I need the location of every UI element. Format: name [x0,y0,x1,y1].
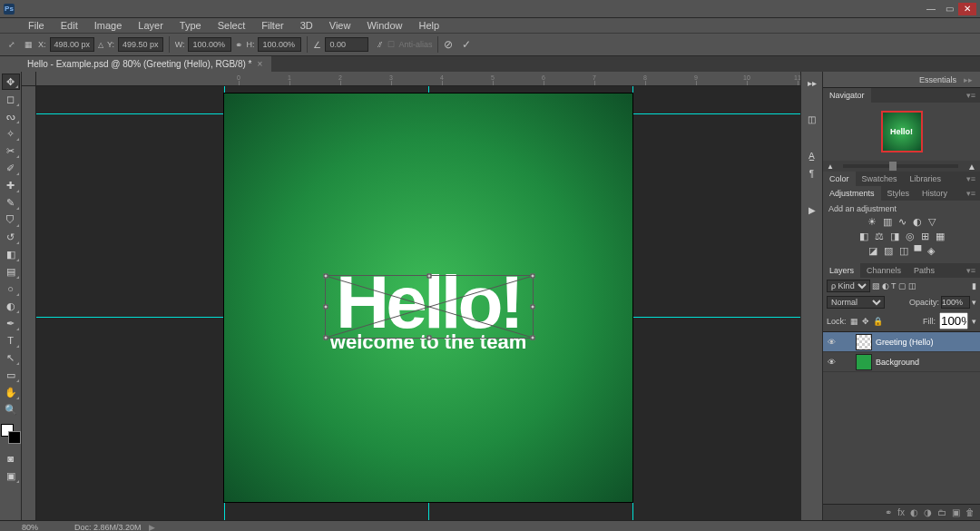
navigator-tab[interactable]: Navigator [823,88,871,103]
layer-row[interactable]: 👁 Background [823,352,980,372]
libraries-tab[interactable]: Libraries [904,172,948,186]
angle-input[interactable]: 0.00 [325,37,368,52]
skew-h-icon[interactable]: ⫽ [376,40,384,49]
menu-type[interactable]: Type [172,18,210,33]
paths-tab[interactable]: Paths [907,263,941,278]
document-tab[interactable]: Hello - Example.psd @ 80% (Greeting (Hel… [20,56,271,72]
colorlookup-icon[interactable]: ▦ [936,231,945,242]
blur-tool[interactable]: ○ [2,280,20,297]
adjustments-tab[interactable]: Adjustments [823,186,881,201]
lock-position-icon[interactable]: ✥ [862,317,869,326]
layer-thumbnail[interactable] [856,334,872,350]
h-input[interactable]: 100.00% [258,37,301,52]
document-tab-close[interactable]: × [257,59,262,69]
reference-point-icon[interactable]: ▦ [22,38,34,51]
menu-window[interactable]: Window [358,18,410,33]
actions-panel-icon[interactable]: ▶ [804,202,820,218]
menu-view[interactable]: View [321,18,359,33]
lasso-tool[interactable]: ᔓ [2,108,20,124]
lock-pixels-icon[interactable]: ▦ [850,317,858,326]
antialias-checkbox[interactable]: ☐ [387,40,395,49]
cancel-transform-icon[interactable]: ⊘ [444,38,453,51]
delta-icon[interactable]: △ [98,41,103,49]
filter-toggle[interactable]: ▮ [972,281,976,290]
layer-name[interactable]: Greeting (Hello) [876,338,934,347]
aspect-link-icon[interactable]: ⚭ [235,40,242,50]
path-select-tool[interactable]: ↖ [2,349,20,366]
crop-tool[interactable]: ✂ [2,143,20,159]
channels-tab[interactable]: Channels [860,263,907,278]
photofilter-icon[interactable]: ◎ [906,231,915,242]
character-panel-icon[interactable]: A̲ [804,147,820,163]
link-layers-icon[interactable]: ⚭ [885,507,892,517]
background-color[interactable] [8,431,21,444]
vibrance-icon[interactable]: ▽ [928,216,936,228]
workspace-switcher[interactable]: Essentials ▸▸ [823,72,980,88]
menu-3d[interactable]: 3D [292,18,321,33]
colorbalance-icon[interactable]: ⚖ [875,231,884,242]
invert-icon[interactable]: ◪ [868,245,877,257]
new-fill-icon[interactable]: ◑ [924,507,932,517]
panel-menu-icon[interactable]: ▾≡ [962,172,980,186]
threshold-icon[interactable]: ◫ [899,245,908,257]
ruler-origin[interactable] [22,72,36,86]
layer-filter-kind[interactable]: ρ Kind [827,280,870,292]
exposure-icon[interactable]: ◐ [913,216,922,228]
close-button[interactable]: ✕ [958,3,976,15]
healing-tool[interactable]: ✚ [2,177,20,193]
dodge-tool[interactable]: ◐ [2,298,20,314]
blend-mode-select[interactable]: Normal [827,296,885,309]
marquee-tool[interactable]: ◻ [2,91,20,107]
menu-layer[interactable]: Layer [130,18,172,33]
brush-tool[interactable]: ✎ [2,194,20,211]
panel-menu-icon[interactable]: ▾≡ [962,186,980,201]
type-tool[interactable]: T [2,332,20,349]
zoom-level[interactable]: 80% [22,523,67,532]
new-group-icon[interactable]: 🗀 [937,507,946,517]
canvas-viewport[interactable]: Hello! welcome to the team [36,86,822,520]
menu-file[interactable]: File [20,18,53,33]
navigator-thumbnail[interactable]: Hello! [881,111,923,152]
screenmode-toggle[interactable]: ▣ [2,467,20,484]
filter-smart-icon[interactable]: ◫ [908,281,916,290]
history-tab[interactable]: History [916,186,954,201]
new-layer-icon[interactable]: ▣ [952,507,960,517]
history-brush-tool[interactable]: ↺ [2,229,20,245]
selective-icon[interactable]: ◈ [927,245,935,257]
hue-icon[interactable]: ◧ [859,231,868,242]
color-tab[interactable]: Color [823,172,856,186]
maximize-button[interactable]: ▭ [940,3,958,15]
menu-image[interactable]: Image [86,18,131,33]
status-menu-icon[interactable]: ▶ [149,523,155,532]
transform-icon[interactable]: ⤢ [5,38,18,51]
layer-name[interactable]: Background [876,358,919,367]
posterize-icon[interactable]: ▨ [884,245,893,257]
layers-tab[interactable]: Layers [823,263,860,278]
levels-icon[interactable]: ▥ [883,216,892,228]
horizontal-ruler[interactable]: 0 1 2 3 4 5 6 7 8 9 10 11 [36,72,822,86]
layer-mask-icon[interactable]: ◐ [910,507,918,517]
styles-tab[interactable]: Styles [881,186,916,201]
y-input[interactable]: 499.50 px [118,37,163,52]
paragraph-panel-icon[interactable]: ¶ [804,165,820,182]
gradientmap-icon[interactable]: ▀ [915,245,922,257]
transform-bounds[interactable] [325,275,534,339]
panel-menu-icon[interactable]: ▾≡ [962,263,980,278]
delete-layer-icon[interactable]: 🗑 [965,507,975,517]
swatches-tab[interactable]: Swatches [856,172,904,186]
vertical-ruler[interactable] [22,86,36,520]
commit-transform-icon[interactable]: ✓ [462,38,471,51]
filter-image-icon[interactable]: ▧ [872,281,880,290]
gradient-tool[interactable]: ▤ [2,263,20,280]
color-swatches[interactable] [1,424,21,444]
opacity-input[interactable] [941,296,970,309]
channelmixer-icon[interactable]: ⊞ [921,231,929,242]
fill-input[interactable] [939,312,968,329]
magic-wand-tool[interactable]: ✧ [2,125,20,142]
navigator-zoom-slider[interactable]: ▲ ▲ [823,161,980,172]
visibility-toggle[interactable]: 👁 [823,358,839,367]
stamp-tool[interactable]: ⛉ [2,211,20,228]
lock-all-icon[interactable]: 🔒 [873,317,883,326]
zoom-tool[interactable]: 🔍 [2,401,20,418]
minimize-button[interactable]: — [922,3,940,15]
